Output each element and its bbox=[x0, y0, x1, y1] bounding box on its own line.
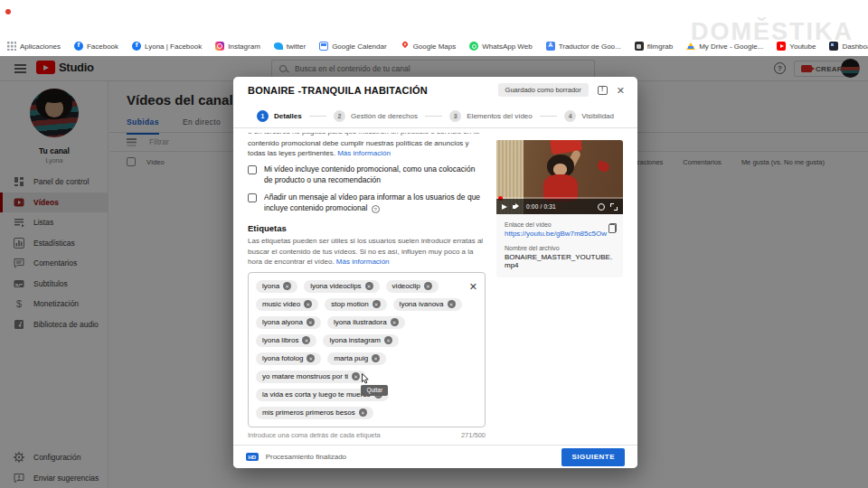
translate-icon bbox=[546, 42, 555, 51]
promo-message-checkbox-row: Añadir un mensaje al vídeo para informar… bbox=[248, 192, 486, 214]
volume-icon[interactable] bbox=[513, 203, 521, 211]
dialog-footer: HD Procesamiento finalizado SIGUIENTE bbox=[233, 445, 637, 468]
map-pin-icon bbox=[401, 42, 410, 51]
processing-status: Procesamiento finalizado bbox=[266, 453, 346, 461]
remove-tag-icon[interactable] bbox=[307, 354, 315, 362]
apps-grid-icon bbox=[7, 42, 16, 51]
remove-tag-icon[interactable] bbox=[352, 372, 360, 380]
remove-tag-icon[interactable] bbox=[448, 300, 456, 308]
step-detalles[interactable]: 1 Detalles bbox=[257, 110, 302, 122]
tag-chip: music video bbox=[256, 298, 318, 311]
step-elementos-del-video[interactable]: 3 Elementos del vídeo bbox=[449, 110, 533, 122]
tag-chip: lyona bbox=[256, 280, 297, 293]
dialog-title: BONAIRE -TRANQUILA HABITACIÓN bbox=[248, 85, 428, 96]
tag-chip: marta puig bbox=[327, 352, 386, 365]
remove-tag-icon[interactable] bbox=[283, 282, 291, 290]
bookmark-whatsapp[interactable]: WhatsApp Web bbox=[469, 42, 532, 51]
tag-chip: videoclip bbox=[386, 280, 439, 293]
domestika-watermark: DOMĚSTIKA bbox=[691, 18, 854, 46]
tag-chip: lyona instagram bbox=[323, 334, 398, 347]
remove-tag-icon[interactable] bbox=[391, 318, 399, 326]
step-gestion-de-derechos[interactable]: 2 Gestión de derechos bbox=[334, 110, 418, 122]
tag-chip-hovered: yo matare monstruos por ti Quitar bbox=[256, 371, 366, 383]
bookmark-facebook[interactable]: Facebook bbox=[74, 42, 118, 51]
tags-hint: Introduce una coma detrás de cada etique… bbox=[248, 431, 381, 439]
video-link-url[interactable]: https://youtu.be/gBw7m85c5Ow bbox=[505, 230, 615, 238]
twitter-icon bbox=[274, 42, 283, 51]
remove-tag-icon[interactable] bbox=[304, 300, 312, 308]
tag-chip: mis primeros primeros besos bbox=[256, 407, 373, 419]
help-icon[interactable]: ? bbox=[372, 205, 380, 213]
bookmark-instagram[interactable]: Instagram bbox=[215, 42, 260, 51]
remove-tag-icon[interactable] bbox=[359, 408, 367, 417]
step-connector bbox=[540, 116, 557, 117]
tag-chip: lyona alyona bbox=[256, 316, 321, 329]
quitar-tooltip: Quitar bbox=[361, 385, 388, 396]
dialog-header: BONAIRE -TRANQUILA HABITACIÓN Guardado c… bbox=[233, 77, 637, 104]
video-link-label: Enlace del vídeo bbox=[505, 221, 615, 228]
remove-tag-icon[interactable] bbox=[307, 318, 315, 326]
tag-chip: lyona ilustradora bbox=[327, 316, 405, 329]
screen: DOMĚSTIKA Aplicaciones Facebook Lyona | … bbox=[0, 0, 868, 488]
promo-content-checkbox[interactable] bbox=[248, 165, 257, 174]
tag-chip: lyona fotolog bbox=[256, 352, 321, 365]
copy-link-icon[interactable] bbox=[609, 223, 617, 233]
remove-tag-icon[interactable] bbox=[365, 282, 373, 290]
bookmark-lyona-facebook[interactable]: Lyona | Facebook bbox=[132, 42, 202, 51]
next-button[interactable]: SIGUIENTE bbox=[561, 448, 625, 466]
facebook-icon bbox=[132, 42, 141, 51]
calendar-icon bbox=[319, 42, 328, 51]
file-name-value: BONAIRE_MASTER_YOUTUBE.mp4 bbox=[505, 253, 615, 269]
remove-tag-icon[interactable] bbox=[384, 336, 392, 344]
film-icon bbox=[635, 42, 644, 51]
promo-policy-text: contenido promocional debe cumplir nuest… bbox=[248, 138, 486, 158]
remove-tag-icon[interactable] bbox=[373, 300, 381, 308]
tags-hint-row: Introduce una coma detrás de cada etique… bbox=[248, 431, 486, 439]
tags-input-box[interactable]: lyona lyona videoclips videoclip music v… bbox=[248, 272, 486, 427]
close-icon[interactable]: ✕ bbox=[617, 86, 625, 95]
tags-description: Las etiquetas pueden ser útiles si los u… bbox=[248, 236, 486, 267]
red-wall-prop bbox=[597, 160, 611, 173]
tags-char-counter: 271/500 bbox=[461, 431, 486, 439]
bookmark-aplicaciones[interactable]: Aplicaciones bbox=[7, 42, 61, 51]
saved-draft-badge[interactable]: Guardado como borrador bbox=[498, 83, 589, 97]
bookmark-translate[interactable]: Traductor de Goo... bbox=[546, 42, 621, 51]
mouse-cursor bbox=[362, 373, 370, 384]
step-connector bbox=[425, 116, 442, 117]
tag-chip: lyona ivanova bbox=[393, 298, 462, 311]
play-icon[interactable] bbox=[502, 204, 507, 210]
mas-informacion-link[interactable]: Más información bbox=[336, 258, 390, 266]
tags-heading: Etiquetas bbox=[248, 223, 486, 233]
tag-chip: lyona videoclips bbox=[304, 280, 379, 293]
fullscreen-icon[interactable] bbox=[610, 203, 618, 211]
player-controls: 0:00 / 0:31 bbox=[496, 199, 623, 214]
bookmark-twitter[interactable]: twitter bbox=[274, 42, 306, 51]
hd-badge: HD bbox=[246, 453, 259, 461]
bookmark-google-calendar[interactable]: Google Calendar bbox=[319, 42, 386, 51]
bookmark-google-maps[interactable]: Google Maps bbox=[401, 42, 457, 51]
dialog-body: o en terceros no pagues para que muestre… bbox=[233, 128, 637, 445]
instagram-icon bbox=[215, 42, 224, 51]
clipped-text-line: o en terceros no pagues para que muestre… bbox=[248, 133, 486, 137]
video-preview-player[interactable]: 0:00 / 0:31 bbox=[496, 140, 623, 214]
recording-indicator-dot bbox=[5, 9, 11, 14]
remove-tag-icon[interactable] bbox=[424, 282, 432, 290]
promo-message-checkbox[interactable] bbox=[248, 193, 257, 202]
step-visibilidad[interactable]: 4 Visibilidad bbox=[564, 110, 614, 122]
remove-tag-icon[interactable] bbox=[372, 354, 380, 362]
promo-checkbox-row: Mi vídeo incluye contenido promocional, … bbox=[248, 164, 486, 186]
whatsapp-icon bbox=[469, 42, 478, 51]
send-feedback-icon[interactable] bbox=[598, 86, 608, 95]
player-time: 0:00 / 0:31 bbox=[526, 203, 556, 210]
video-details-dialog: BONAIRE -TRANQUILA HABITACIÓN Guardado c… bbox=[233, 77, 637, 468]
step-connector bbox=[309, 116, 326, 117]
tag-chip: lyona libros bbox=[256, 334, 316, 347]
player-settings-icon[interactable] bbox=[598, 203, 605, 211]
mas-informacion-link[interactable]: Más información bbox=[337, 149, 391, 157]
clear-all-tags-icon[interactable]: ✕ bbox=[469, 282, 477, 291]
bookmark-filmgrab[interactable]: filmgrab bbox=[635, 42, 673, 51]
dialog-steps: 1 Detalles 2 Gestión de derechos 3 Eleme… bbox=[233, 104, 637, 128]
file-name-label: Nombre del archivo bbox=[505, 245, 615, 251]
remove-tag-icon[interactable] bbox=[302, 336, 310, 344]
facebook-icon bbox=[74, 42, 83, 51]
